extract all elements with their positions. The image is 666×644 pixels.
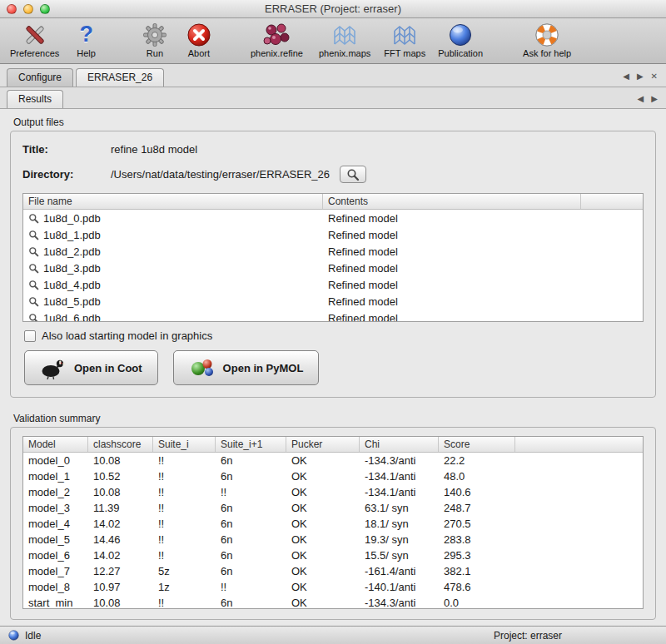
browse-directory-button[interactable] [340, 166, 366, 183]
chi-cell: 19.3/ syn [360, 533, 439, 546]
toolbar-label: Publication [438, 48, 483, 58]
output-file-row[interactable]: 1u8d_0.pdb Refined model [23, 210, 643, 226]
file-contents: Refined model [323, 245, 581, 258]
pymol-icon [189, 357, 216, 379]
clashscore-cell: 10.08 [88, 454, 153, 467]
output-file-row[interactable]: 1u8d_6.pdb Refined model [23, 310, 643, 321]
toolbar-label: Abort [188, 48, 210, 58]
results-scroll-left-icon[interactable]: ◀ [638, 93, 644, 102]
file-name: 1u8d_1.pdb [43, 229, 101, 241]
status-text: Idle [25, 630, 41, 642]
validation-row[interactable]: start_min 10.08 !! 6n OK -134.3/anti 0.0 [23, 595, 643, 608]
column-header-model[interactable]: Model [23, 437, 88, 452]
model-cell: model_4 [23, 518, 88, 530]
suite-i1-cell: 6n [216, 533, 286, 546]
preferences-button[interactable]: Preferences [5, 21, 64, 58]
validation-row[interactable]: model_3 11.39 !! 6n OK 63.1/ syn 248.7 [23, 500, 643, 516]
suite-i1-cell: 6n [216, 518, 286, 530]
column-header-filler [515, 437, 643, 452]
validation-summary-group-label: Validation summary [13, 413, 656, 424]
validation-table-header: Model clashscore Suite_i Suite_i+1 Pucke… [23, 437, 643, 453]
model-cell: model_3 [23, 502, 88, 514]
score-cell: 478.6 [439, 581, 515, 593]
open-in-pymol-button[interactable]: Open in PyMOL [173, 350, 320, 385]
output-file-row[interactable]: 1u8d_2.pdb Refined model [23, 243, 643, 260]
close-window-button[interactable] [7, 4, 17, 14]
validation-row[interactable]: model_1 10.52 !! 6n OK -134.1/anti 48.0 [23, 468, 643, 484]
column-header-clashscore[interactable]: clashscore [88, 437, 153, 452]
pucker-cell: OK [286, 470, 360, 483]
minimize-window-button[interactable] [23, 4, 33, 14]
validation-row[interactable]: model_4 14.02 !! 6n OK 18.1/ syn 270.5 [23, 516, 643, 532]
results-page: Output files Title: refine 1u8d model Di… [0, 109, 666, 626]
validation-row[interactable]: model_0 10.08 !! 6n OK -134.3/anti 22.2 [23, 453, 643, 468]
pucker-cell: OK [286, 597, 360, 608]
run-button[interactable]: Run [137, 21, 172, 58]
suite-i1-cell: 6n [216, 502, 286, 514]
column-header-contents[interactable]: Contents [323, 194, 581, 209]
output-file-row[interactable]: 1u8d_4.pdb Refined model [23, 276, 643, 293]
score-cell: 0.0 [439, 597, 515, 608]
open-in-coot-button[interactable]: Open in Coot [24, 350, 158, 385]
suite-i-cell: !! [153, 502, 216, 514]
magnifier-icon [28, 296, 39, 307]
pucker-cell: OK [286, 454, 360, 467]
toolbar-label: Ask for help [523, 48, 571, 58]
abort-button[interactable]: Abort [182, 21, 216, 58]
column-header-score[interactable]: Score [439, 437, 515, 452]
tab-scroll-left-icon[interactable]: ◀ [623, 71, 629, 80]
output-files-group: Title: refine 1u8d model Directory: /Use… [10, 131, 656, 398]
output-file-row[interactable]: 1u8d_3.pdb Refined model [23, 260, 643, 276]
suite-i-cell: 5z [153, 565, 216, 577]
results-scroll-right-icon[interactable]: ▶ [651, 93, 658, 102]
file-contents: Refined model [323, 279, 581, 291]
ask-for-help-button[interactable]: Ask for help [518, 21, 576, 58]
tab-results[interactable]: Results [7, 90, 63, 108]
file-contents: Refined model [323, 295, 581, 308]
column-header-suite-i1[interactable]: Suite_i+1 [216, 437, 286, 452]
publication-button[interactable]: Publication [433, 21, 488, 58]
toolbar-label: Run [147, 48, 163, 58]
column-header-chi[interactable]: Chi [360, 437, 439, 452]
column-header-file-name[interactable]: File name [23, 194, 323, 209]
tab-scroll-right-icon[interactable]: ▶ [637, 71, 644, 80]
file-name: 1u8d_6.pdb [43, 312, 101, 322]
column-header-pucker[interactable]: Pucker [286, 437, 360, 452]
validation-table-body: model_0 10.08 !! 6n OK -134.3/anti 22.2 … [23, 453, 643, 608]
validation-row[interactable]: model_7 12.27 5z 6n OK -161.4/anti 382.1 [23, 563, 643, 579]
clashscore-cell: 10.97 [88, 581, 153, 593]
validation-row[interactable]: model_6 14.02 !! 6n OK 15.5/ syn 295.3 [23, 547, 643, 563]
title-value: refine 1u8d model [111, 143, 197, 156]
clashscore-cell: 11.39 [88, 502, 153, 514]
suite-i-cell: !! [153, 597, 216, 608]
open-in-coot-label: Open in Coot [74, 362, 142, 374]
score-cell: 283.8 [439, 533, 515, 546]
chi-cell: -134.3/anti [360, 454, 439, 467]
tab-erraser-26[interactable]: ERRASER_26 [76, 68, 164, 87]
pucker-cell: OK [286, 549, 360, 562]
magnifier-icon [28, 230, 39, 240]
load-starting-model-checkbox[interactable] [24, 330, 36, 342]
model-cell: model_0 [23, 454, 88, 467]
validation-row[interactable]: model_2 10.08 !! !! OK -134.1/anti 140.6 [23, 484, 643, 500]
validation-row[interactable]: model_5 14.46 !! 6n OK 19.3/ syn 283.8 [23, 532, 643, 547]
load-starting-model-label: Also load starting model in graphics [42, 329, 212, 342]
output-files-table: File name Contents 1u8d_0.pdb [22, 193, 644, 322]
output-file-row[interactable]: 1u8d_5.pdb Refined model [23, 293, 643, 310]
pucker-cell: OK [286, 518, 360, 530]
score-cell: 270.5 [439, 518, 515, 530]
zoom-window-button[interactable] [40, 4, 50, 14]
help-button[interactable]: ? Help [72, 21, 101, 58]
tab-close-icon[interactable]: ✕ [651, 71, 658, 80]
phenix-maps-button[interactable]: phenix.maps [314, 21, 375, 58]
file-name: 1u8d_5.pdb [43, 295, 101, 308]
tab-configure[interactable]: Configure [7, 68, 73, 87]
validation-row[interactable]: model_8 10.97 1z !! OK -140.1/anti 478.6 [23, 579, 643, 595]
fft-maps-button[interactable]: FFT maps [379, 21, 430, 58]
output-file-row[interactable]: 1u8d_1.pdb Refined model [23, 226, 643, 243]
phenix-refine-button[interactable]: phenix.refine [246, 21, 308, 58]
column-header-suite-i[interactable]: Suite_i [153, 437, 216, 452]
magnifier-icon [28, 246, 39, 257]
file-name: 1u8d_3.pdb [43, 262, 101, 275]
column-header-filler [581, 194, 643, 209]
